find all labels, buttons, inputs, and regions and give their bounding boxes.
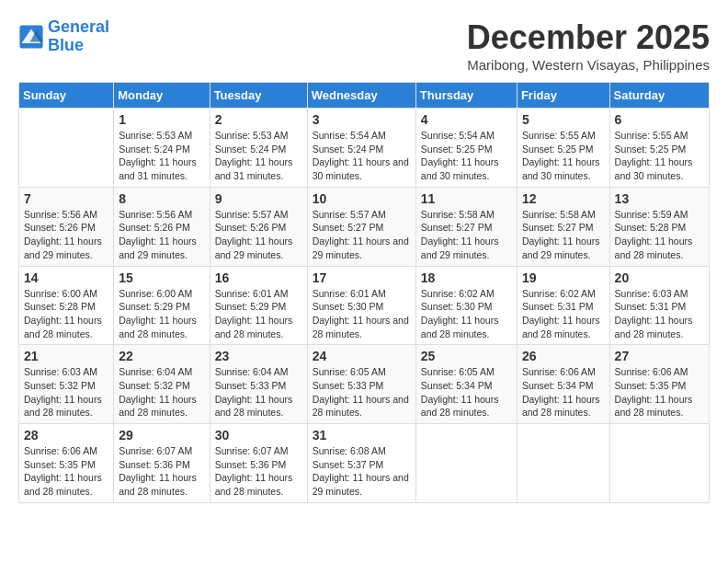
- weekday-header-tuesday: Tuesday: [210, 83, 307, 109]
- day-number: 16: [215, 270, 302, 285]
- day-number: 2: [215, 112, 302, 127]
- day-detail: Sunrise: 6:04 AMSunset: 5:32 PMDaylight:…: [119, 365, 204, 419]
- page-header: General Blue December 2025 Maribong, Wes…: [18, 18, 710, 73]
- calendar-cell: 27Sunrise: 6:06 AMSunset: 5:35 PMDayligh…: [609, 345, 709, 424]
- calendar-cell: 2Sunrise: 5:53 AMSunset: 5:24 PMDaylight…: [210, 109, 307, 188]
- weekday-header-sunday: Sunday: [19, 83, 114, 109]
- day-detail: Sunrise: 5:55 AMSunset: 5:25 PMDaylight:…: [522, 129, 605, 183]
- weekday-header-monday: Monday: [114, 83, 210, 109]
- day-number: 10: [313, 191, 411, 206]
- calendar-week-1: 1Sunrise: 5:53 AMSunset: 5:24 PMDaylight…: [19, 109, 710, 188]
- day-detail: Sunrise: 5:56 AMSunset: 5:26 PMDaylight:…: [24, 208, 108, 262]
- calendar-cell: 21Sunrise: 6:03 AMSunset: 5:32 PMDayligh…: [19, 345, 114, 424]
- day-detail: Sunrise: 6:02 AMSunset: 5:30 PMDaylight:…: [421, 287, 512, 341]
- day-number: 8: [119, 191, 204, 206]
- calendar-cell: 9Sunrise: 5:57 AMSunset: 5:26 PMDaylight…: [210, 187, 307, 266]
- weekday-header-saturday: Saturday: [609, 83, 709, 109]
- calendar-cell: [19, 109, 114, 188]
- calendar-cell: 26Sunrise: 6:06 AMSunset: 5:34 PMDayligh…: [517, 345, 609, 424]
- day-number: 1: [119, 112, 204, 127]
- day-detail: Sunrise: 5:54 AMSunset: 5:25 PMDaylight:…: [421, 129, 512, 183]
- calendar-cell: 29Sunrise: 6:07 AMSunset: 5:36 PMDayligh…: [114, 424, 210, 503]
- day-number: 19: [522, 270, 605, 285]
- calendar-cell: 1Sunrise: 5:53 AMSunset: 5:24 PMDaylight…: [114, 109, 210, 188]
- calendar-cell: 16Sunrise: 6:01 AMSunset: 5:29 PMDayligh…: [210, 266, 307, 345]
- day-number: 4: [421, 112, 512, 127]
- calendar-header-row: SundayMondayTuesdayWednesdayThursdayFrid…: [19, 83, 710, 109]
- day-detail: Sunrise: 6:05 AMSunset: 5:33 PMDaylight:…: [313, 365, 411, 419]
- day-detail: Sunrise: 5:57 AMSunset: 5:27 PMDaylight:…: [313, 208, 411, 262]
- calendar-cell: [517, 424, 609, 503]
- day-number: 27: [615, 349, 704, 363]
- day-detail: Sunrise: 6:00 AMSunset: 5:28 PMDaylight:…: [24, 287, 108, 341]
- day-number: 25: [421, 349, 512, 363]
- calendar-cell: 12Sunrise: 5:58 AMSunset: 5:27 PMDayligh…: [517, 187, 609, 266]
- calendar-week-5: 28Sunrise: 6:06 AMSunset: 5:35 PMDayligh…: [19, 424, 710, 503]
- calendar-cell: 28Sunrise: 6:06 AMSunset: 5:35 PMDayligh…: [19, 424, 114, 503]
- calendar-week-4: 21Sunrise: 6:03 AMSunset: 5:32 PMDayligh…: [19, 345, 710, 424]
- calendar-cell: [609, 424, 709, 503]
- calendar-cell: 23Sunrise: 6:04 AMSunset: 5:33 PMDayligh…: [210, 345, 307, 424]
- logo-text: General Blue: [48, 18, 109, 55]
- calendar-cell: 31Sunrise: 6:08 AMSunset: 5:37 PMDayligh…: [307, 424, 415, 503]
- title-area: December 2025 Maribong, Western Visayas,…: [467, 18, 710, 73]
- day-number: 21: [24, 349, 108, 363]
- day-number: 17: [313, 270, 411, 285]
- calendar-cell: 18Sunrise: 6:02 AMSunset: 5:30 PMDayligh…: [415, 266, 517, 345]
- calendar-week-3: 14Sunrise: 6:00 AMSunset: 5:28 PMDayligh…: [19, 266, 710, 345]
- day-detail: Sunrise: 5:53 AMSunset: 5:24 PMDaylight:…: [215, 129, 302, 183]
- day-number: 7: [24, 191, 108, 206]
- day-number: 12: [522, 191, 605, 206]
- page-subtitle: Maribong, Western Visayas, Philippines: [467, 57, 710, 73]
- day-number: 6: [615, 112, 704, 127]
- calendar-cell: 8Sunrise: 5:56 AMSunset: 5:26 PMDaylight…: [114, 187, 210, 266]
- calendar-cell: 14Sunrise: 6:00 AMSunset: 5:28 PMDayligh…: [19, 266, 114, 345]
- day-number: 9: [215, 191, 302, 206]
- day-number: 5: [522, 112, 605, 127]
- day-number: 31: [313, 428, 411, 442]
- day-detail: Sunrise: 6:06 AMSunset: 5:35 PMDaylight:…: [24, 444, 108, 499]
- logo-icon: [18, 24, 44, 50]
- weekday-header-thursday: Thursday: [415, 83, 517, 109]
- calendar-cell: 13Sunrise: 5:59 AMSunset: 5:28 PMDayligh…: [609, 187, 709, 266]
- day-detail: Sunrise: 5:53 AMSunset: 5:24 PMDaylight:…: [119, 129, 204, 183]
- calendar-cell: 17Sunrise: 6:01 AMSunset: 5:30 PMDayligh…: [307, 266, 415, 345]
- day-detail: Sunrise: 5:58 AMSunset: 5:27 PMDaylight:…: [522, 208, 605, 262]
- calendar-cell: 20Sunrise: 6:03 AMSunset: 5:31 PMDayligh…: [609, 266, 709, 345]
- calendar-cell: 7Sunrise: 5:56 AMSunset: 5:26 PMDaylight…: [19, 187, 114, 266]
- calendar-cell: 25Sunrise: 6:05 AMSunset: 5:34 PMDayligh…: [415, 345, 517, 424]
- day-number: 14: [24, 270, 108, 285]
- calendar-cell: [415, 424, 517, 503]
- page-title: December 2025: [467, 18, 710, 57]
- day-number: 13: [615, 191, 704, 206]
- day-number: 29: [119, 428, 204, 442]
- day-number: 30: [215, 428, 302, 442]
- day-detail: Sunrise: 6:01 AMSunset: 5:29 PMDaylight:…: [215, 287, 302, 341]
- calendar-cell: 5Sunrise: 5:55 AMSunset: 5:25 PMDaylight…: [517, 109, 609, 188]
- day-detail: Sunrise: 6:06 AMSunset: 5:34 PMDaylight:…: [522, 365, 605, 419]
- day-number: 22: [119, 349, 204, 363]
- calendar-table: SundayMondayTuesdayWednesdayThursdayFrid…: [18, 82, 710, 503]
- day-detail: Sunrise: 5:58 AMSunset: 5:27 PMDaylight:…: [421, 208, 512, 262]
- weekday-header-wednesday: Wednesday: [307, 83, 415, 109]
- day-detail: Sunrise: 5:54 AMSunset: 5:24 PMDaylight:…: [313, 129, 411, 183]
- day-detail: Sunrise: 5:56 AMSunset: 5:26 PMDaylight:…: [119, 208, 204, 262]
- calendar-cell: 4Sunrise: 5:54 AMSunset: 5:25 PMDaylight…: [415, 109, 517, 188]
- day-detail: Sunrise: 6:01 AMSunset: 5:30 PMDaylight:…: [313, 287, 411, 341]
- day-number: 23: [215, 349, 302, 363]
- calendar-cell: 11Sunrise: 5:58 AMSunset: 5:27 PMDayligh…: [415, 187, 517, 266]
- day-detail: Sunrise: 6:08 AMSunset: 5:37 PMDaylight:…: [313, 444, 411, 499]
- calendar-week-2: 7Sunrise: 5:56 AMSunset: 5:26 PMDaylight…: [19, 187, 710, 266]
- calendar-cell: 10Sunrise: 5:57 AMSunset: 5:27 PMDayligh…: [307, 187, 415, 266]
- logo: General Blue: [18, 18, 109, 55]
- calendar-cell: 22Sunrise: 6:04 AMSunset: 5:32 PMDayligh…: [114, 345, 210, 424]
- day-detail: Sunrise: 6:04 AMSunset: 5:33 PMDaylight:…: [215, 365, 302, 419]
- day-detail: Sunrise: 6:03 AMSunset: 5:31 PMDaylight:…: [615, 287, 704, 341]
- calendar-cell: 19Sunrise: 6:02 AMSunset: 5:31 PMDayligh…: [517, 266, 609, 345]
- day-detail: Sunrise: 5:59 AMSunset: 5:28 PMDaylight:…: [615, 208, 704, 262]
- day-detail: Sunrise: 6:03 AMSunset: 5:32 PMDaylight:…: [24, 365, 108, 419]
- calendar-cell: 15Sunrise: 6:00 AMSunset: 5:29 PMDayligh…: [114, 266, 210, 345]
- day-detail: Sunrise: 6:05 AMSunset: 5:34 PMDaylight:…: [421, 365, 512, 419]
- day-detail: Sunrise: 6:02 AMSunset: 5:31 PMDaylight:…: [522, 287, 605, 341]
- day-detail: Sunrise: 6:07 AMSunset: 5:36 PMDaylight:…: [119, 444, 204, 499]
